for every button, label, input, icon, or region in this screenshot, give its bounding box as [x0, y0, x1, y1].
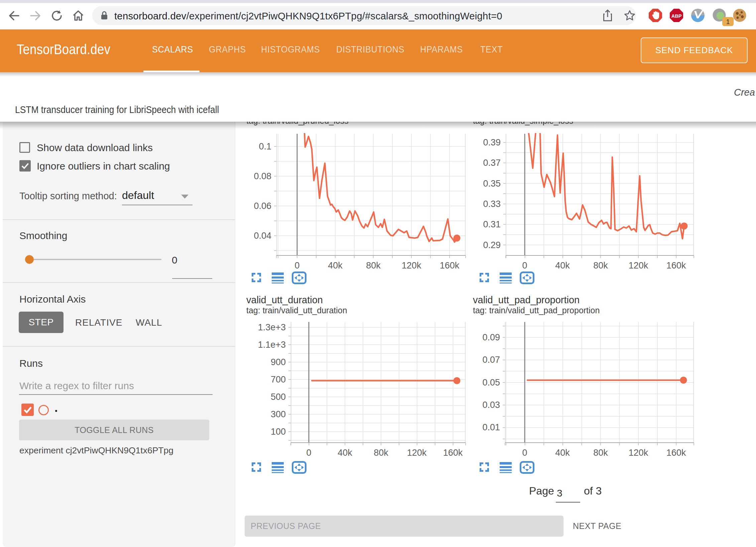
svg-text:160k: 160k	[666, 448, 686, 458]
svg-text:0: 0	[522, 448, 527, 458]
svg-text:0.07: 0.07	[482, 355, 500, 365]
svg-text:40k: 40k	[555, 448, 570, 458]
svg-text:0.09: 0.09	[482, 332, 500, 342]
svg-text:0.03: 0.03	[482, 400, 500, 410]
svg-text:80k: 80k	[593, 448, 608, 458]
svg-text:0.05: 0.05	[482, 377, 500, 388]
svg-text:120k: 120k	[629, 448, 648, 458]
svg-text:0.01: 0.01	[482, 422, 500, 432]
